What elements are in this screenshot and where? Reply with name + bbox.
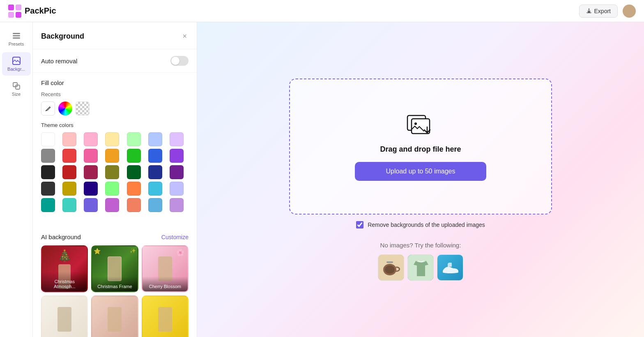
color-swatch-3[interactable] xyxy=(105,132,119,146)
color-swatch-6[interactable] xyxy=(170,132,184,146)
color-swatch-15[interactable] xyxy=(62,165,76,179)
color-picker-swatch[interactable] xyxy=(41,102,55,115)
color-swatch-33[interactable] xyxy=(148,198,162,212)
color-swatch-18[interactable] xyxy=(127,165,141,179)
color-swatch-19[interactable] xyxy=(148,165,162,179)
color-swatch-20[interactable] xyxy=(170,165,184,179)
auto-removal-label: Auto removal xyxy=(41,58,77,65)
color-swatch-4[interactable] xyxy=(127,132,141,146)
remove-bg-checkbox[interactable] xyxy=(356,221,363,229)
color-swatch-24[interactable] xyxy=(105,182,119,196)
sidebar-presets-label: Presets xyxy=(9,42,24,46)
color-swatch-17[interactable] xyxy=(105,165,119,179)
auto-removal-row: Auto removal xyxy=(41,56,189,66)
sidebar-item-presets[interactable]: Presets xyxy=(2,27,31,51)
ai-card-christmas-atm[interactable]: 🎄 Christmas Atmosph... xyxy=(41,245,88,292)
remove-bg-label: Remove backgrounds of the uploaded image… xyxy=(368,222,485,228)
background-panel: Background × Auto removal Fill color Rec… xyxy=(33,22,197,337)
svg-rect-8 xyxy=(13,83,17,87)
transparent-swatch[interactable] xyxy=(76,102,90,115)
no-images-text: No images? Try the following: xyxy=(380,242,461,249)
ai-card-label: Christmas Atmosph... xyxy=(42,272,87,291)
color-swatch-31[interactable] xyxy=(105,198,119,212)
drag-drop-text: Drag and drop file here xyxy=(380,145,461,154)
drop-zone[interactable]: Drag and drop file here Upload up to 50 … xyxy=(289,78,552,215)
ai-background-header: AI background Customize xyxy=(41,233,189,240)
ai-card-christmas-frame[interactable]: ⭐ ✨Christmas Frame xyxy=(91,245,138,292)
recents-row xyxy=(41,102,189,115)
sidebar-icons: Presets Backgr... Size xyxy=(0,22,33,337)
color-swatch-10[interactable] xyxy=(105,149,119,163)
color-swatch-11[interactable] xyxy=(127,149,141,163)
export-button[interactable]: Export xyxy=(579,5,618,18)
theme-colors-title: Theme colors xyxy=(41,122,189,128)
svg-rect-5 xyxy=(13,35,20,37)
customize-link[interactable]: Customize xyxy=(161,234,189,240)
ai-card-row2-2[interactable] xyxy=(91,295,138,337)
color-swatch-16[interactable] xyxy=(84,165,98,179)
panel-title: Background xyxy=(41,32,84,41)
auto-removal-section: Auto removal xyxy=(33,49,197,73)
download-icon xyxy=(586,8,592,14)
color-swatch-21[interactable] xyxy=(41,182,55,196)
ai-card-label: Cherry Blossom xyxy=(143,277,188,291)
color-swatch-28[interactable] xyxy=(41,198,55,212)
color-swatch-14[interactable] xyxy=(41,165,55,179)
sample-image-coffee[interactable] xyxy=(378,254,404,281)
ai-card-cherry-blossom[interactable]: 🌸Cherry Blossom xyxy=(142,245,189,292)
panel-close-button[interactable]: × xyxy=(181,30,189,42)
sample-image-shirt[interactable] xyxy=(407,254,434,281)
background-icon xyxy=(12,56,21,65)
svg-rect-9 xyxy=(16,85,20,89)
app-name: PackPic xyxy=(25,6,56,16)
sidebar-size-label: Size xyxy=(12,92,21,97)
user-avatar[interactable] xyxy=(623,5,636,18)
svg-point-12 xyxy=(414,122,417,125)
color-swatch-12[interactable] xyxy=(148,149,162,163)
layers-icon xyxy=(12,31,21,40)
color-swatch-29[interactable] xyxy=(62,198,76,212)
svg-rect-16 xyxy=(386,261,393,263)
color-swatch-1[interactable] xyxy=(62,132,76,146)
sample-images-row xyxy=(378,254,463,281)
color-swatch-8[interactable] xyxy=(62,149,76,163)
svg-rect-3 xyxy=(16,12,21,18)
sample-image-shoe[interactable] xyxy=(437,254,463,281)
ai-card-row2-3[interactable] xyxy=(142,295,189,337)
svg-rect-2 xyxy=(8,12,14,18)
ai-card-row2-1[interactable] xyxy=(41,295,88,337)
sidebar-item-background[interactable]: Backgr... xyxy=(2,52,31,76)
rainbow-swatch[interactable] xyxy=(58,102,72,115)
fill-color-section: Fill color Recents Theme colors xyxy=(33,73,197,227)
fill-color-title: Fill color xyxy=(41,79,189,86)
auto-removal-toggle[interactable] xyxy=(170,56,189,66)
color-swatch-34[interactable] xyxy=(170,198,184,212)
color-swatch-5[interactable] xyxy=(148,132,162,146)
color-swatch-25[interactable] xyxy=(127,182,141,196)
sidebar-background-label: Backgr... xyxy=(7,67,25,72)
app-layout: Presets Backgr... Size Background × Auto xyxy=(0,22,644,337)
shoe-icon xyxy=(440,258,460,277)
upload-button[interactable]: Upload up to 50 images xyxy=(355,162,486,181)
color-swatch-0[interactable] xyxy=(41,132,55,146)
svg-rect-1 xyxy=(16,5,21,10)
recents-label: Recents xyxy=(41,91,189,97)
sidebar-item-size[interactable]: Size xyxy=(2,77,31,101)
svg-point-15 xyxy=(385,265,395,274)
color-swatch-26[interactable] xyxy=(148,182,162,196)
upload-images-icon xyxy=(406,112,435,137)
theme-colors-grid xyxy=(41,132,189,212)
color-swatch-30[interactable] xyxy=(84,198,98,212)
color-swatch-32[interactable] xyxy=(127,198,141,212)
color-swatch-22[interactable] xyxy=(62,182,76,196)
color-swatch-9[interactable] xyxy=(84,149,98,163)
shirt-icon xyxy=(408,255,434,281)
color-swatch-7[interactable] xyxy=(41,149,55,163)
color-swatch-27[interactable] xyxy=(170,182,184,196)
color-swatch-2[interactable] xyxy=(84,132,98,146)
color-swatch-13[interactable] xyxy=(170,149,184,163)
svg-rect-4 xyxy=(13,33,20,34)
panel-header: Background × xyxy=(33,22,197,49)
color-swatch-23[interactable] xyxy=(84,182,98,196)
packpic-logo-icon xyxy=(8,5,21,18)
